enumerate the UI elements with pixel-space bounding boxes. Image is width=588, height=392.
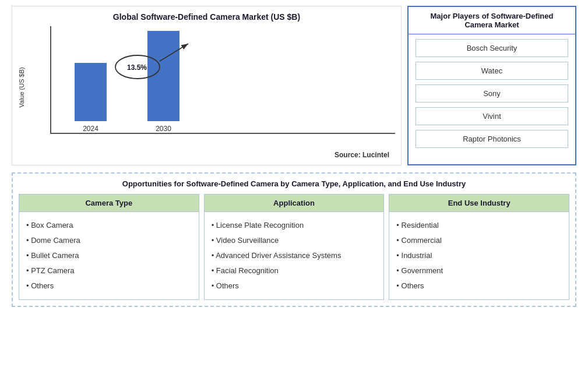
- list-item: Bullet Camera: [26, 248, 192, 263]
- list-item: Industrial: [396, 248, 562, 263]
- players-list: Bosch SecurityWatecSonyVivintRaptor Phot…: [409, 39, 575, 148]
- list-item: PTZ Camera: [26, 263, 192, 278]
- list-item: Others: [212, 278, 377, 294]
- list-item: Government: [396, 263, 562, 278]
- list-item: Dome Camera: [26, 233, 192, 248]
- chart-title: Global Software-Defined Camera Market (U…: [18, 12, 395, 22]
- top-section: Global Software-Defined Camera Market (U…: [12, 6, 576, 165]
- column-1: ApplicationLicense Plate RecognitionVide…: [204, 194, 385, 300]
- column-body-1: License Plate RecognitionVideo Surveilla…: [205, 212, 384, 299]
- list-item: Advanced Driver Assistance Systems: [212, 248, 377, 263]
- players-title: Major Players of Software-Defined Camera…: [409, 7, 575, 34]
- column-body-2: ResidentialCommercialIndustrialGovernmen…: [389, 212, 569, 299]
- column-header-2: End Use Industry: [389, 195, 569, 212]
- list-item: Facial Recognition: [212, 263, 377, 278]
- list-item: Others: [26, 278, 192, 294]
- list-item: Commercial: [396, 233, 562, 248]
- main-container: Global Software-Defined Camera Market (U…: [0, 0, 588, 313]
- growth-label: 13.5%: [127, 63, 147, 72]
- column-2: End Use IndustryResidentialCommercialInd…: [389, 194, 569, 300]
- column-header-0: Camera Type: [19, 195, 199, 212]
- column-header-1: Application: [205, 195, 384, 212]
- column-body-0: Box CameraDome CameraBullet CameraPTZ Ca…: [19, 212, 199, 299]
- player-item: Vivint: [416, 107, 568, 125]
- list-item: License Plate Recognition: [212, 218, 377, 233]
- player-item: Watec: [416, 62, 568, 80]
- player-item: Raptor Photonics: [416, 130, 568, 148]
- list-item: Box Camera: [26, 218, 192, 233]
- list-item: Others: [396, 278, 562, 294]
- players-panel: Major Players of Software-Defined Camera…: [407, 6, 576, 165]
- chart-annotation-svg: 13.5%: [51, 26, 395, 133]
- column-0: Camera TypeBox CameraDome CameraBullet C…: [19, 194, 199, 300]
- source-text: Source: Lucintel: [18, 151, 395, 159]
- chart-area: Global Software-Defined Camera Market (U…: [12, 6, 402, 165]
- columns-container: Camera TypeBox CameraDome CameraBullet C…: [19, 194, 569, 300]
- y-axis-label: Value (US $B): [18, 67, 25, 108]
- list-item: Residential: [396, 218, 562, 233]
- player-item: Bosch Security: [416, 39, 568, 57]
- bottom-title: Opportunities for Software-Defined Camer…: [19, 179, 569, 188]
- player-item: Sony: [416, 84, 568, 103]
- list-item: Video Surveillance: [212, 233, 377, 248]
- bottom-section: Opportunities for Software-Defined Camer…: [12, 172, 576, 307]
- svg-line-1: [160, 44, 188, 61]
